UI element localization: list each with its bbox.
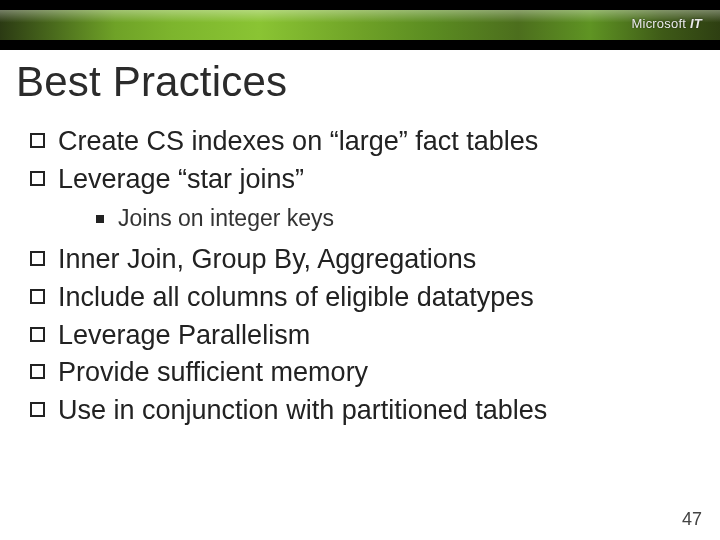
bullet-text: Include all columns of eligible datatype… (58, 282, 534, 312)
brand-name: Microsoft (632, 16, 687, 31)
header-gradient (0, 10, 720, 40)
bullet-item: Provide sufficient memory (28, 355, 704, 391)
bullet-text: Leverage Parallelism (58, 320, 310, 350)
bullet-item: Inner Join, Group By, Aggregations (28, 242, 704, 278)
sub-bullet-list: Joins on integer keys (58, 203, 704, 234)
bullet-item: Use in conjunction with partitioned tabl… (28, 393, 704, 429)
bullet-item: Include all columns of eligible datatype… (28, 280, 704, 316)
bullet-text: Use in conjunction with partitioned tabl… (58, 395, 547, 425)
brand-logo: Microsoft IT (632, 16, 702, 31)
bullet-text: Leverage “star joins” (58, 164, 304, 194)
sub-bullet-text: Joins on integer keys (118, 205, 334, 231)
slide-content: Best Practices Create CS indexes on “lar… (16, 58, 704, 430)
bullet-item: Create CS indexes on “large” fact tables (28, 124, 704, 160)
bullet-text: Provide sufficient memory (58, 357, 368, 387)
slide: Microsoft IT Best Practices Create CS in… (0, 0, 720, 540)
bullet-item: Leverage Parallelism (28, 318, 704, 354)
bullet-item: Leverage “star joins” Joins on integer k… (28, 162, 704, 235)
header-band: Microsoft IT (0, 0, 720, 50)
brand-suffix: IT (690, 16, 702, 31)
bullet-list: Create CS indexes on “large” fact tables… (16, 124, 704, 428)
page-number: 47 (682, 509, 702, 530)
sub-bullet-item: Joins on integer keys (92, 203, 704, 234)
slide-title: Best Practices (16, 58, 704, 106)
bullet-text: Inner Join, Group By, Aggregations (58, 244, 476, 274)
bullet-text: Create CS indexes on “large” fact tables (58, 126, 538, 156)
